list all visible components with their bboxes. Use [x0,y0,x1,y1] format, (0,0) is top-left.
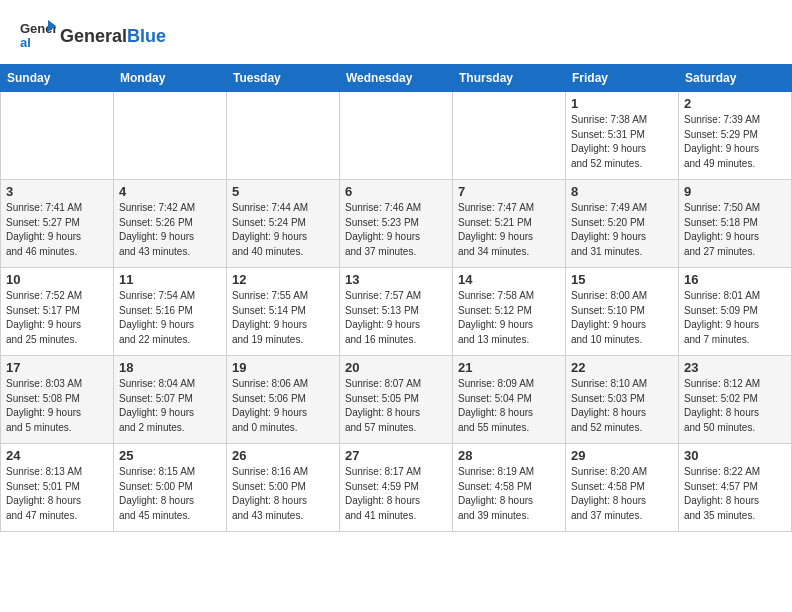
calendar-cell: 18Sunrise: 8:04 AM Sunset: 5:07 PM Dayli… [114,356,227,444]
calendar-cell: 21Sunrise: 8:09 AM Sunset: 5:04 PM Dayli… [453,356,566,444]
day-number: 28 [458,448,560,463]
weekday-header-sunday: Sunday [1,65,114,92]
calendar-cell: 7Sunrise: 7:47 AM Sunset: 5:21 PM Daylig… [453,180,566,268]
day-detail: Sunrise: 8:13 AM Sunset: 5:01 PM Dayligh… [6,465,108,523]
day-number: 8 [571,184,673,199]
calendar-cell: 3Sunrise: 7:41 AM Sunset: 5:27 PM Daylig… [1,180,114,268]
calendar-cell: 30Sunrise: 8:22 AM Sunset: 4:57 PM Dayli… [679,444,792,532]
day-number: 16 [684,272,786,287]
calendar-cell: 10Sunrise: 7:52 AM Sunset: 5:17 PM Dayli… [1,268,114,356]
day-detail: Sunrise: 8:04 AM Sunset: 5:07 PM Dayligh… [119,377,221,435]
calendar-table: SundayMondayTuesdayWednesdayThursdayFrid… [0,64,792,532]
calendar-cell: 24Sunrise: 8:13 AM Sunset: 5:01 PM Dayli… [1,444,114,532]
day-number: 27 [345,448,447,463]
calendar-header: SundayMondayTuesdayWednesdayThursdayFrid… [1,65,792,92]
day-number: 12 [232,272,334,287]
calendar-cell: 16Sunrise: 8:01 AM Sunset: 5:09 PM Dayli… [679,268,792,356]
weekday-header-friday: Friday [566,65,679,92]
day-detail: Sunrise: 8:10 AM Sunset: 5:03 PM Dayligh… [571,377,673,435]
day-number: 21 [458,360,560,375]
day-number: 18 [119,360,221,375]
svg-text:al: al [20,35,31,50]
day-number: 13 [345,272,447,287]
calendar-cell: 2Sunrise: 7:39 AM Sunset: 5:29 PM Daylig… [679,92,792,180]
day-number: 17 [6,360,108,375]
calendar-cell [114,92,227,180]
calendar-week-row: 17Sunrise: 8:03 AM Sunset: 5:08 PM Dayli… [1,356,792,444]
calendar-cell: 9Sunrise: 7:50 AM Sunset: 5:18 PM Daylig… [679,180,792,268]
logo-text-general: General [60,26,127,46]
day-number: 22 [571,360,673,375]
calendar-cell: 23Sunrise: 8:12 AM Sunset: 5:02 PM Dayli… [679,356,792,444]
calendar-cell [453,92,566,180]
day-detail: Sunrise: 8:16 AM Sunset: 5:00 PM Dayligh… [232,465,334,523]
day-number: 23 [684,360,786,375]
day-number: 25 [119,448,221,463]
day-detail: Sunrise: 7:38 AM Sunset: 5:31 PM Dayligh… [571,113,673,171]
day-number: 26 [232,448,334,463]
calendar-cell: 13Sunrise: 7:57 AM Sunset: 5:13 PM Dayli… [340,268,453,356]
day-detail: Sunrise: 8:03 AM Sunset: 5:08 PM Dayligh… [6,377,108,435]
day-detail: Sunrise: 8:07 AM Sunset: 5:05 PM Dayligh… [345,377,447,435]
calendar-cell [227,92,340,180]
day-number: 15 [571,272,673,287]
day-number: 20 [345,360,447,375]
day-detail: Sunrise: 8:01 AM Sunset: 5:09 PM Dayligh… [684,289,786,347]
day-detail: Sunrise: 7:49 AM Sunset: 5:20 PM Dayligh… [571,201,673,259]
calendar-cell: 22Sunrise: 8:10 AM Sunset: 5:03 PM Dayli… [566,356,679,444]
day-number: 7 [458,184,560,199]
day-detail: Sunrise: 8:06 AM Sunset: 5:06 PM Dayligh… [232,377,334,435]
calendar-cell: 4Sunrise: 7:42 AM Sunset: 5:26 PM Daylig… [114,180,227,268]
day-detail: Sunrise: 7:42 AM Sunset: 5:26 PM Dayligh… [119,201,221,259]
day-number: 29 [571,448,673,463]
calendar-cell: 12Sunrise: 7:55 AM Sunset: 5:14 PM Dayli… [227,268,340,356]
day-number: 4 [119,184,221,199]
day-detail: Sunrise: 7:52 AM Sunset: 5:17 PM Dayligh… [6,289,108,347]
day-detail: Sunrise: 8:22 AM Sunset: 4:57 PM Dayligh… [684,465,786,523]
day-detail: Sunrise: 7:47 AM Sunset: 5:21 PM Dayligh… [458,201,560,259]
day-detail: Sunrise: 8:15 AM Sunset: 5:00 PM Dayligh… [119,465,221,523]
calendar-cell: 19Sunrise: 8:06 AM Sunset: 5:06 PM Dayli… [227,356,340,444]
day-detail: Sunrise: 7:50 AM Sunset: 5:18 PM Dayligh… [684,201,786,259]
calendar-cell: 25Sunrise: 8:15 AM Sunset: 5:00 PM Dayli… [114,444,227,532]
day-detail: Sunrise: 7:39 AM Sunset: 5:29 PM Dayligh… [684,113,786,171]
weekday-header-thursday: Thursday [453,65,566,92]
calendar-week-row: 3Sunrise: 7:41 AM Sunset: 5:27 PM Daylig… [1,180,792,268]
day-number: 24 [6,448,108,463]
calendar-cell: 29Sunrise: 8:20 AM Sunset: 4:58 PM Dayli… [566,444,679,532]
day-detail: Sunrise: 7:54 AM Sunset: 5:16 PM Dayligh… [119,289,221,347]
day-detail: Sunrise: 8:00 AM Sunset: 5:10 PM Dayligh… [571,289,673,347]
day-number: 10 [6,272,108,287]
calendar-cell: 26Sunrise: 8:16 AM Sunset: 5:00 PM Dayli… [227,444,340,532]
calendar-cell: 5Sunrise: 7:44 AM Sunset: 5:24 PM Daylig… [227,180,340,268]
calendar-week-row: 1Sunrise: 7:38 AM Sunset: 5:31 PM Daylig… [1,92,792,180]
calendar-cell: 14Sunrise: 7:58 AM Sunset: 5:12 PM Dayli… [453,268,566,356]
weekday-header-tuesday: Tuesday [227,65,340,92]
day-detail: Sunrise: 8:09 AM Sunset: 5:04 PM Dayligh… [458,377,560,435]
calendar-cell [1,92,114,180]
calendar-cell: 8Sunrise: 7:49 AM Sunset: 5:20 PM Daylig… [566,180,679,268]
calendar-cell: 15Sunrise: 8:00 AM Sunset: 5:10 PM Dayli… [566,268,679,356]
day-number: 19 [232,360,334,375]
day-detail: Sunrise: 8:12 AM Sunset: 5:02 PM Dayligh… [684,377,786,435]
calendar-cell: 1Sunrise: 7:38 AM Sunset: 5:31 PM Daylig… [566,92,679,180]
calendar-week-row: 10Sunrise: 7:52 AM Sunset: 5:17 PM Dayli… [1,268,792,356]
day-number: 11 [119,272,221,287]
day-number: 1 [571,96,673,111]
logo-text-blue: Blue [127,26,166,46]
logo-icon: Gener al [20,18,56,54]
day-detail: Sunrise: 8:19 AM Sunset: 4:58 PM Dayligh… [458,465,560,523]
day-number: 5 [232,184,334,199]
calendar-cell: 6Sunrise: 7:46 AM Sunset: 5:23 PM Daylig… [340,180,453,268]
day-detail: Sunrise: 7:44 AM Sunset: 5:24 PM Dayligh… [232,201,334,259]
calendar-cell: 20Sunrise: 8:07 AM Sunset: 5:05 PM Dayli… [340,356,453,444]
day-number: 30 [684,448,786,463]
day-detail: Sunrise: 8:17 AM Sunset: 4:59 PM Dayligh… [345,465,447,523]
weekday-header-saturday: Saturday [679,65,792,92]
calendar-cell: 17Sunrise: 8:03 AM Sunset: 5:08 PM Dayli… [1,356,114,444]
weekday-header-monday: Monday [114,65,227,92]
day-detail: Sunrise: 7:46 AM Sunset: 5:23 PM Dayligh… [345,201,447,259]
day-number: 3 [6,184,108,199]
day-detail: Sunrise: 7:57 AM Sunset: 5:13 PM Dayligh… [345,289,447,347]
day-detail: Sunrise: 7:55 AM Sunset: 5:14 PM Dayligh… [232,289,334,347]
